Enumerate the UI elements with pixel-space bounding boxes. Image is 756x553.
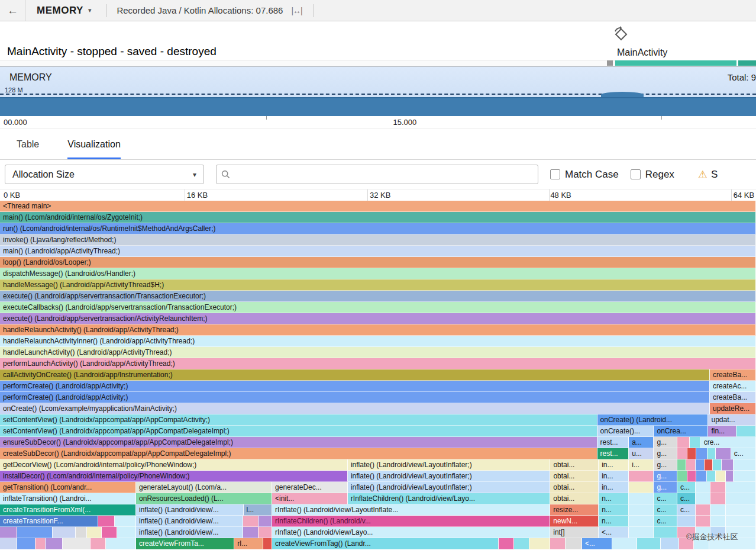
flame-segment[interactable]: [705, 459, 713, 471]
flame-segment[interactable]: c...: [654, 516, 677, 527]
flame-segment[interactable]: [91, 538, 106, 549]
flame-segment[interactable]: createBa...: [710, 392, 756, 403]
flame-segment[interactable]: [716, 448, 731, 459]
flame-segment[interactable]: u...: [629, 448, 654, 459]
flame-segment[interactable]: [696, 459, 705, 471]
flame-segment[interactable]: c...: [654, 504, 677, 516]
flame-segment[interactable]: [550, 538, 566, 549]
flame-segment[interactable]: i...: [629, 459, 654, 471]
flame-segment[interactable]: main() (Landroid/app/ActivityThread;): [0, 246, 756, 257]
flame-segment[interactable]: dispatchMessage() (Landroid/os/Handler;): [0, 268, 756, 279]
flame-segment[interactable]: [629, 527, 654, 538]
flame-segment[interactable]: [87, 527, 102, 538]
flame-segment[interactable]: [46, 538, 63, 549]
flame-segment[interactable]: onResourcesLoaded() (L...: [136, 493, 272, 504]
flame-segment[interactable]: c...: [677, 493, 696, 504]
flame-segment[interactable]: onCreate() (Landroid...: [597, 414, 709, 426]
flame-segment[interactable]: createAc...: [710, 381, 756, 392]
flame-segment[interactable]: rI...: [234, 538, 263, 549]
flame-segment[interactable]: loop() (Landroid/os/Looper;): [0, 257, 756, 268]
flame-segment[interactable]: handleRelaunchActivityInner() (Landroid/…: [0, 336, 756, 347]
flame-segment[interactable]: executeCallbacks() (Landroid/app/servert…: [0, 302, 756, 313]
flame-segment[interactable]: [243, 516, 259, 527]
flame-segment[interactable]: main() (Lcom/android/internal/os/ZygoteI…: [0, 212, 756, 223]
flame-segment[interactable]: [713, 459, 722, 471]
flame-segment[interactable]: inflate() (Landroid/view/LayoutInflater;…: [348, 482, 551, 493]
flame-segment[interactable]: [687, 448, 696, 459]
flame-segment[interactable]: [677, 459, 686, 471]
flame-segment[interactable]: [106, 538, 136, 549]
search-box[interactable]: [216, 165, 538, 184]
flame-segment[interactable]: updat...: [708, 414, 756, 426]
flame-segment[interactable]: rest...: [597, 437, 629, 448]
flame-segment[interactable]: onCreate() (Lcom/example/myapplication/M…: [0, 403, 710, 414]
flame-segment[interactable]: [677, 516, 696, 527]
flame-segment[interactable]: run() (Lcom/android/internal/os/RuntimeI…: [0, 223, 756, 234]
flame-segment[interactable]: rInflate() (Landroid/view/Layo...: [272, 527, 550, 538]
flame-segment[interactable]: c...: [677, 482, 696, 493]
flame-segment[interactable]: in...: [599, 459, 629, 471]
flame-segment[interactable]: [35, 538, 46, 549]
flame-segment[interactable]: [707, 448, 716, 459]
flame-segment[interactable]: [115, 516, 136, 527]
flame-segment[interactable]: generateLayout() (Lcom/a...: [136, 482, 272, 493]
flame-segment[interactable]: in...: [599, 482, 629, 493]
flame-segment[interactable]: <...: [599, 527, 629, 538]
flame-segment[interactable]: n...: [599, 504, 629, 516]
flame-segment[interactable]: [629, 493, 654, 504]
flame-segment[interactable]: inflate() (Landroid/view/LayoutInflater;…: [348, 459, 551, 471]
flame-segment[interactable]: [98, 516, 115, 527]
flame-segment[interactable]: [726, 516, 756, 527]
flame-segment[interactable]: obtai...: [550, 493, 599, 504]
flame-segment[interactable]: [637, 538, 661, 549]
flame-segment[interactable]: [687, 471, 696, 482]
flame-segment[interactable]: n...: [599, 516, 629, 527]
tab-table[interactable]: Table: [17, 139, 39, 159]
flame-segment[interactable]: updateRe...: [710, 403, 756, 414]
flame-segment[interactable]: inflate() (Landroid/view/...: [136, 504, 243, 516]
flame-segment[interactable]: installDecor() (Lcom/android/internal/po…: [0, 471, 348, 482]
flame-segment[interactable]: [734, 459, 756, 471]
flame-segment[interactable]: [0, 527, 17, 538]
back-button[interactable]: ←: [0, 0, 26, 21]
flame-segment[interactable]: [17, 527, 53, 538]
flame-segment[interactable]: createBa...: [710, 369, 756, 381]
flame-segment[interactable]: [696, 471, 707, 482]
flame-segment[interactable]: [736, 426, 756, 437]
memory-track[interactable]: MEMORY Total: 9 128 M: [0, 66, 756, 116]
flame-segment[interactable]: [654, 527, 677, 538]
flame-segment[interactable]: execute() (Landroid/app/servertransactio…: [0, 313, 756, 324]
flame-segment[interactable]: callActivityOnCreate() (Landroid/app/Ins…: [0, 369, 710, 381]
flame-segment[interactable]: [76, 527, 87, 538]
flame-segment[interactable]: [629, 482, 654, 493]
flame-segment[interactable]: [259, 516, 272, 527]
flame-segment[interactable]: rInflateChildren() (Landroid/view/Layo..…: [348, 493, 551, 504]
flame-segment[interactable]: [734, 471, 756, 482]
flame-segment[interactable]: obtai...: [550, 471, 599, 482]
flame-segment[interactable]: a...: [629, 437, 654, 448]
allocation-size-select[interactable]: Allocation Size ▾: [5, 165, 204, 184]
flame-segment[interactable]: [499, 538, 514, 549]
flame-segment[interactable]: [726, 493, 756, 504]
flame-segment[interactable]: createSubDecor() (Landroidx/appcompat/ap…: [0, 448, 597, 459]
flame-segment[interactable]: c...: [731, 448, 756, 459]
flame-segment[interactable]: [53, 527, 75, 538]
flame-segment[interactable]: [696, 482, 711, 493]
flame-segment[interactable]: resize...: [550, 504, 599, 516]
flame-segment[interactable]: onCreate()...: [597, 426, 654, 437]
flame-segment[interactable]: execute() (Landroid/app/servertransactio…: [0, 291, 756, 302]
flame-segment[interactable]: [677, 437, 689, 448]
tab-visualization[interactable]: Visualization: [67, 139, 121, 159]
flame-segment[interactable]: [629, 471, 654, 482]
flame-segment[interactable]: [726, 471, 734, 482]
flame-segment[interactable]: inflate() (Landroid/view/...: [136, 527, 243, 538]
flame-segment[interactable]: rest...: [597, 448, 629, 459]
flame-segment[interactable]: c...: [654, 493, 677, 504]
flame-segment[interactable]: l...: [244, 504, 273, 516]
flame-segment[interactable]: g...: [654, 448, 677, 459]
flame-segment[interactable]: inflate() (Landroid/view/...: [136, 516, 243, 527]
checkbox-box[interactable]: [550, 169, 560, 179]
flame-segment[interactable]: createViewFromTag() (Landr...: [272, 538, 499, 549]
match-case-checkbox[interactable]: Match Case: [550, 169, 619, 181]
flame-segment[interactable]: obtai...: [550, 459, 599, 471]
